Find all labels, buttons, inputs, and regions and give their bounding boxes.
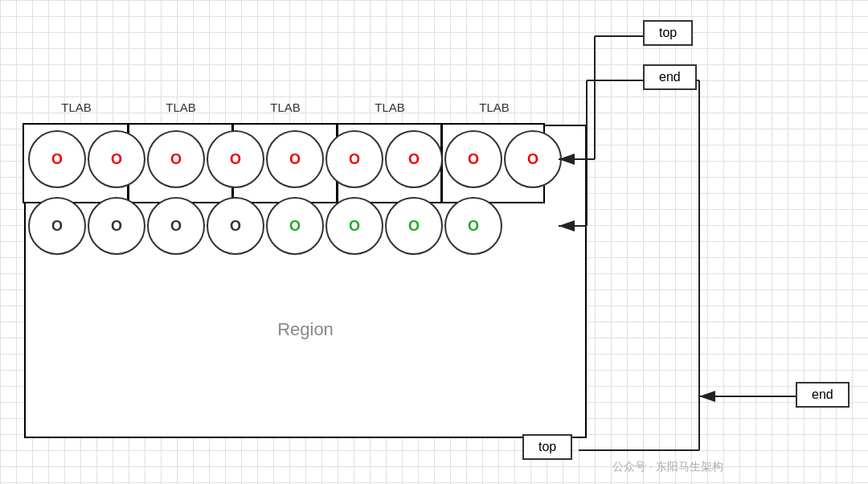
circle-top-2: O — [88, 130, 145, 188]
circle-top-3: O — [147, 130, 205, 188]
circle-bot-4: O — [207, 197, 264, 255]
tlab-label-5: TLAB — [442, 100, 547, 114]
circle-bot-8: O — [444, 197, 502, 255]
circle-bot-2: O — [88, 197, 145, 255]
top-circles-row: O O O O O O O O O — [28, 130, 562, 188]
top-label-2: top — [522, 434, 572, 460]
bottom-circles-row: O O O O O O O O — [28, 197, 502, 255]
end-label-1: end — [643, 64, 697, 90]
top-label-1: top — [643, 20, 693, 46]
tlab-label-2: TLAB — [129, 100, 233, 114]
tlab-label-1: TLAB — [24, 100, 129, 114]
circle-top-6: O — [326, 130, 383, 188]
diagram-container: TLAB TLAB TLAB TLAB TLAB Region O O O O … — [0, 0, 868, 484]
circle-bot-5: O — [266, 197, 324, 255]
circle-top-7: O — [385, 130, 443, 188]
circle-bot-1: O — [28, 197, 86, 255]
circle-top-9: O — [504, 130, 562, 188]
tlab-label-4: TLAB — [338, 100, 442, 114]
end-label-2: end — [796, 382, 850, 408]
circle-top-1: O — [28, 130, 86, 188]
circle-top-8: O — [444, 130, 502, 188]
circle-bot-7: O — [385, 197, 443, 255]
circle-bot-3: O — [147, 197, 205, 255]
tlab-label-3: TLAB — [233, 100, 338, 114]
circle-top-5: O — [266, 130, 324, 188]
watermark: 公众号 · 东阳马生架构 — [612, 460, 723, 474]
circle-bot-6: O — [326, 197, 383, 255]
tlab-labels-row: TLAB TLAB TLAB TLAB TLAB — [24, 100, 547, 114]
circle-top-4: O — [207, 130, 264, 188]
